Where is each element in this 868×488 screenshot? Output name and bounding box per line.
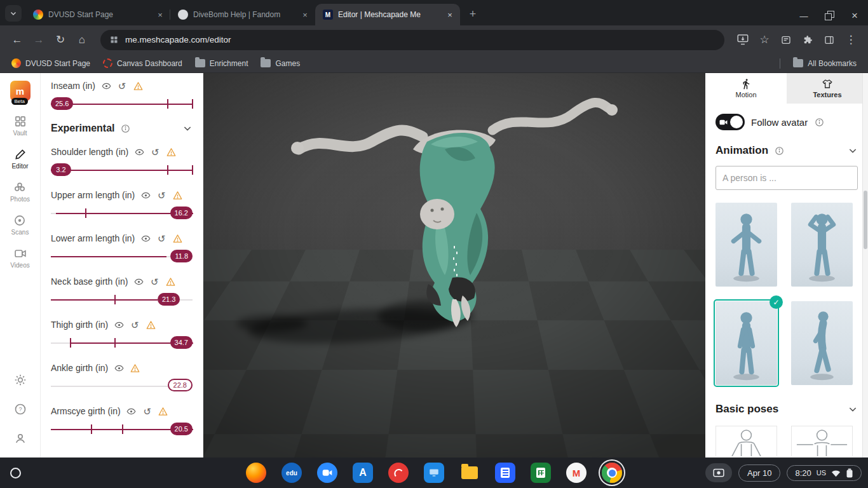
sidebar-item-videos[interactable]: Videos xyxy=(10,247,29,269)
reading-list-icon[interactable] xyxy=(776,30,796,50)
animation-thumb-hands-behind-head[interactable] xyxy=(791,203,853,287)
bookmark-star-icon[interactable]: ☆ xyxy=(755,30,774,50)
docs-app-icon[interactable] xyxy=(495,463,515,483)
forward-icon[interactable]: → xyxy=(29,30,48,50)
info-icon[interactable] xyxy=(774,146,784,156)
experimental-section-header[interactable]: Experimental xyxy=(51,123,193,134)
minimize-icon[interactable]: — xyxy=(799,11,808,20)
launcher-button[interactable] xyxy=(5,463,25,483)
tab-meshcapade-editor[interactable]: M Editor | Meshcapade Me × xyxy=(315,4,460,25)
slider-value-badge[interactable]: 22.8 xyxy=(168,379,193,391)
basic-poses-section-header[interactable]: Basic poses xyxy=(715,403,858,416)
follow-avatar-toggle[interactable] xyxy=(715,114,745,130)
bookmark-canvas[interactable]: Canvas Dashboard xyxy=(98,56,187,71)
new-tab-button[interactable]: + xyxy=(464,5,482,23)
scrollbar[interactable] xyxy=(862,73,868,458)
slider-value-badge[interactable]: 34.7 xyxy=(170,336,193,349)
account-person-icon[interactable] xyxy=(14,432,27,447)
zoom-app-icon[interactable] xyxy=(317,463,337,483)
slider-value-badge[interactable]: 3.2 xyxy=(51,163,71,176)
chrome-app-icon[interactable] xyxy=(602,463,622,483)
home-icon[interactable]: ⌂ xyxy=(72,30,92,50)
measurement-slider[interactable]: 20.5 xyxy=(51,421,193,438)
measurement-slider[interactable]: 11.8 xyxy=(51,248,193,265)
sheets-app-icon[interactable] xyxy=(531,463,551,483)
slider-value-badge[interactable]: 21.3 xyxy=(158,293,180,306)
back-icon[interactable]: ← xyxy=(8,30,27,50)
tab-motion[interactable]: Motion xyxy=(705,73,787,104)
slider-value-badge[interactable]: 25.6 xyxy=(51,97,73,110)
sidebar-item-vault[interactable]: Vault xyxy=(13,115,27,137)
animation-thumb-profile[interactable] xyxy=(791,301,853,385)
measurement-slider[interactable]: 22.8 xyxy=(51,378,193,395)
reset-undo-icon[interactable]: ↺ xyxy=(150,147,160,157)
measurement-slider[interactable]: 16.2 xyxy=(51,205,193,222)
visibility-eye-icon[interactable] xyxy=(134,147,144,157)
fox-swirl-app-icon[interactable] xyxy=(246,463,266,483)
reload-icon[interactable]: ↻ xyxy=(51,30,70,50)
3d-viewport[interactable] xyxy=(203,73,705,458)
info-icon[interactable] xyxy=(814,117,824,127)
slider-value-badge[interactable]: 16.2 xyxy=(170,207,193,219)
visibility-eye-icon[interactable] xyxy=(101,81,111,91)
measurement-slider[interactable]: 25.6 xyxy=(51,96,193,112)
gmail-app-icon[interactable]: M xyxy=(566,463,587,483)
slider-value-badge[interactable]: 20.5 xyxy=(170,423,193,435)
reset-undo-icon[interactable]: ↺ xyxy=(130,320,140,330)
tab-close-icon[interactable]: × xyxy=(155,10,165,20)
visibility-eye-icon[interactable] xyxy=(114,320,124,330)
tab-dvusd-start-page[interactable]: DVUSD Start Page × xyxy=(25,4,170,25)
menu-dots-icon[interactable]: ⋮ xyxy=(841,30,860,50)
tab-textures[interactable]: Textures xyxy=(787,73,868,104)
tab-search-button[interactable] xyxy=(5,5,22,22)
install-app-icon[interactable] xyxy=(733,30,752,50)
theme-sun-icon[interactable] xyxy=(14,374,27,389)
bookmark-folder-games[interactable]: Games xyxy=(255,57,305,71)
help-icon[interactable]: ? xyxy=(14,403,27,418)
reset-undo-icon[interactable]: ↺ xyxy=(156,233,166,243)
chevron-down-icon[interactable] xyxy=(848,404,858,414)
reset-undo-icon[interactable]: ↺ xyxy=(142,406,153,416)
tab-close-icon[interactable]: × xyxy=(445,10,455,20)
basic-pose-t-pose[interactable] xyxy=(791,426,853,456)
tab-close-icon[interactable]: × xyxy=(300,10,310,20)
sidebar-item-photos[interactable]: Photos xyxy=(10,181,30,203)
visibility-eye-icon[interactable] xyxy=(133,276,144,287)
slider-value-badge[interactable]: 11.8 xyxy=(170,250,193,262)
extensions-puzzle-icon[interactable] xyxy=(798,30,817,50)
files-app-icon[interactable] xyxy=(459,463,480,483)
sidebar-item-editor[interactable]: Editor xyxy=(11,148,28,170)
bookmark-folder-enrichment[interactable]: Enrichment xyxy=(190,57,254,71)
visibility-eye-icon[interactable] xyxy=(140,190,151,200)
reset-undo-icon[interactable]: ↺ xyxy=(117,81,127,91)
meshcapade-logo[interactable]: m Beta xyxy=(10,81,31,101)
measurement-slider[interactable]: 3.2 xyxy=(51,162,193,179)
animation-section-header[interactable]: Animation xyxy=(715,144,858,157)
date-pill[interactable]: Apr 10 xyxy=(738,464,780,482)
tab-divebomb-fandom[interactable]: DiveBomb Help | Fandom × xyxy=(170,4,315,25)
side-panel-icon[interactable] xyxy=(820,30,839,50)
visibility-eye-icon[interactable] xyxy=(126,406,137,416)
visibility-eye-icon[interactable] xyxy=(114,363,124,373)
system-tray[interactable]: 8:20 US xyxy=(787,465,862,481)
site-info-grid-icon[interactable] xyxy=(109,35,119,44)
all-bookmarks-button[interactable]: All Bookmarks xyxy=(788,57,862,71)
basic-pose-a-pose[interactable] xyxy=(715,426,777,456)
animation-prompt-input[interactable] xyxy=(715,166,858,190)
measurement-slider[interactable]: 34.7 xyxy=(51,335,193,351)
chevron-down-icon[interactable] xyxy=(182,123,193,133)
info-icon[interactable] xyxy=(120,123,130,133)
animation-thumb-standing-selected[interactable]: ✓ xyxy=(715,301,777,385)
monitor-app-icon[interactable] xyxy=(424,463,444,483)
address-bar[interactable]: me.meshcapade.com/editor xyxy=(100,30,724,50)
scrollbar-thumb[interactable] xyxy=(864,191,867,249)
chevron-down-icon[interactable] xyxy=(848,146,858,156)
edu-app-icon[interactable]: edu xyxy=(281,463,302,483)
window-close-icon[interactable]: × xyxy=(850,11,859,20)
bookmark-dvusd[interactable]: DVUSD Start Page xyxy=(6,56,95,71)
visibility-eye-icon[interactable] xyxy=(140,233,151,243)
measurement-slider[interactable]: 21.3 xyxy=(51,292,193,308)
red-swirl-app-icon[interactable] xyxy=(388,463,409,483)
restore-icon[interactable] xyxy=(825,11,834,20)
animation-thumb-tpose[interactable] xyxy=(715,203,777,287)
